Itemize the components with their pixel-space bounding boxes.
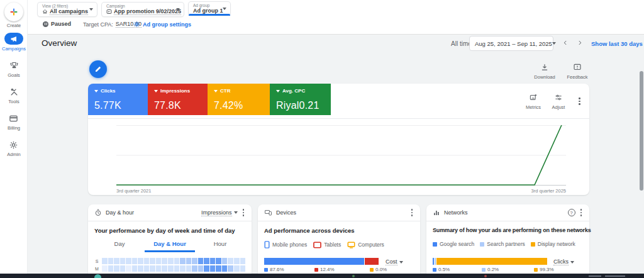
heatmap-row-label: S	[94, 259, 99, 264]
megaphone-icon	[4, 33, 23, 45]
computer-icon	[347, 242, 355, 248]
metric-chip-ctr[interactable]: CTR 7.42%	[208, 84, 270, 115]
heatmap-cell	[228, 258, 233, 264]
view-selector-value: All campaigns	[50, 8, 88, 15]
performance-scorecard: Clicks 5.77K Impressions 77.8K CTR 7.42%…	[88, 84, 589, 195]
help-icon[interactable]: ?	[568, 209, 575, 216]
sidebar-item-label: Tools	[8, 99, 19, 104]
devices-more-menu[interactable]	[410, 208, 414, 218]
download-icon	[540, 63, 549, 73]
chip-label: Avg. CPC	[282, 88, 305, 94]
networks-pct-display-network: 99.3%	[534, 267, 554, 272]
sidebar-item-billing[interactable]: Billing	[8, 113, 20, 131]
download-button[interactable]: Download	[530, 63, 559, 80]
sidebar-item-label: Admin	[7, 152, 20, 157]
bar-segment	[365, 258, 379, 265]
taskbar-app-icon[interactable]	[94, 274, 101, 278]
heatmap-cell	[180, 265, 186, 272]
paused-label: Paused	[51, 21, 71, 27]
show-last-30-days-link[interactable]: Show last 30 days	[591, 40, 643, 47]
home-icon	[42, 9, 48, 14]
feedback-button[interactable]: Feedback	[563, 63, 592, 80]
heatmap-cell	[162, 258, 167, 264]
chevron-down-icon	[276, 90, 280, 92]
day-hour-card-title: Day & hour	[106, 209, 134, 216]
taskbar-app-icon[interactable]	[352, 275, 355, 277]
heatmap-cell	[114, 258, 119, 264]
heatmap-cell	[108, 258, 114, 264]
metric-chip-clicks[interactable]: Clicks 5.77K	[88, 84, 148, 115]
create-label: Create	[0, 23, 28, 28]
devices-metric-value: Cost	[386, 259, 397, 265]
networks-card: Networks ? Summary of how your ads are p…	[426, 204, 589, 278]
campaign-selector[interactable]: Campaign App promotion 9/02/2025	[102, 3, 184, 16]
chevron-down-icon	[94, 90, 98, 92]
heatmap-cell	[108, 265, 114, 272]
chevron-down-icon	[570, 261, 574, 264]
heatmap-cell	[204, 258, 209, 264]
tab-hour[interactable]: Hour	[195, 240, 245, 252]
taskbar-tray-text	[589, 275, 601, 277]
date-range-label: All time	[451, 40, 472, 47]
devices-metric-selector[interactable]: Cost	[386, 259, 403, 265]
devices-pct-tablets: 12.4%	[314, 267, 370, 272]
x-axis-start-label: 3rd quarter 2021	[116, 188, 151, 194]
devices-card-header: Devices	[258, 204, 420, 221]
legend-google-search: Google search	[433, 241, 474, 247]
day-hour-metric-value: Impressions	[201, 209, 232, 216]
chevron-down-icon	[89, 8, 93, 11]
metric-chip-avg-cpc[interactable]: Avg. CPC Riyal0.21	[270, 84, 331, 115]
networks-pct-google-search: 0.5%	[433, 267, 482, 272]
heatmap-cell	[138, 258, 143, 264]
sidebar-item-goals[interactable]: Goals	[8, 60, 20, 78]
create-button[interactable]	[4, 3, 23, 21]
networks-metric-selector[interactable]: Clicks	[553, 259, 574, 265]
previous-period-button[interactable]	[562, 38, 569, 50]
edit-fab-button[interactable]	[89, 60, 107, 78]
day-hour-tabs: Day Day & Hour Hour	[94, 240, 245, 252]
trend-chart-svg	[116, 124, 566, 186]
chevron-down-icon	[176, 8, 180, 11]
next-period-button[interactable]	[576, 38, 584, 50]
networks-stacked-bar	[433, 258, 547, 265]
networks-more-menu[interactable]	[579, 208, 584, 218]
tab-day-and-hour[interactable]: Day & Hour	[145, 240, 195, 252]
day-hour-metric-selector[interactable]: Impressions	[201, 209, 238, 216]
date-range-value: Aug 25, 2021 – Sep 11, 2025	[475, 40, 552, 47]
devices-pct-computers: 0.0%	[370, 267, 387, 272]
heatmap-cell	[150, 258, 155, 264]
legend-label: Google search	[440, 241, 474, 247]
metrics-button[interactable]: Metrics	[521, 93, 546, 110]
adgroup-selector[interactable]: Ad group Ad group 1	[189, 2, 230, 15]
sidebar-item-tools[interactable]: Tools	[8, 86, 19, 104]
heatmap-cell	[192, 258, 197, 264]
sidebar-nav: Campaigns Goals Tools Billing	[0, 33, 28, 157]
taskbar-app-icon[interactable]	[484, 275, 487, 277]
heatmap-cell	[198, 258, 204, 264]
day-hour-more-menu[interactable]	[242, 208, 246, 218]
ad-group-settings-link[interactable]: Ad group settings	[133, 21, 191, 28]
vertical-scrollbar[interactable]	[640, 71, 643, 191]
networks-subtitle: Summary of how your ads are performing o…	[433, 227, 591, 233]
bar-segment	[435, 258, 436, 265]
download-label: Download	[534, 74, 555, 80]
legend-label: Tablets	[324, 242, 341, 248]
legend-label: Computers	[358, 242, 384, 248]
sidebar-item-label: Goals	[8, 72, 20, 78]
date-range-picker[interactable]: Aug 25, 2021 – Sep 11, 2025	[469, 36, 553, 51]
sidebar-item-admin[interactable]: Admin	[7, 139, 20, 157]
x-axis-end-label: 3rd quarter 2025	[494, 188, 566, 194]
tab-day[interactable]: Day	[94, 240, 145, 252]
sidebar-item-campaigns[interactable]: Campaigns	[2, 33, 26, 52]
legend-label: Mobile phones	[272, 242, 307, 248]
os-taskbar[interactable]	[0, 274, 644, 278]
devices-icon	[264, 209, 272, 216]
devices-card-title: Devices	[276, 209, 296, 216]
scorecard-more-menu[interactable]	[577, 96, 582, 106]
day-hour-card-header: Day & hour Impressions	[88, 204, 252, 221]
adjust-button[interactable]: Adjust	[546, 93, 571, 110]
view-selector[interactable]: View (2 filters) All campaigns	[38, 3, 97, 16]
metric-chip-impressions[interactable]: Impressions 77.8K	[148, 84, 208, 115]
heatmap-cell	[234, 258, 240, 264]
campaign-selector-value: App promotion 9/02/2025	[114, 8, 181, 15]
